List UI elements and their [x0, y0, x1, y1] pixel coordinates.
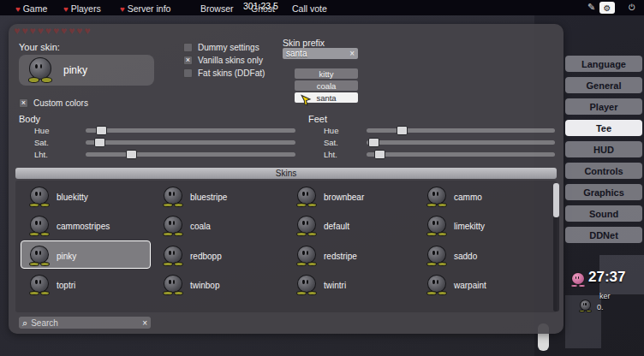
- skin-name: bluestripe: [190, 193, 227, 202]
- editor-pencil-icon[interactable]: ✎: [587, 2, 595, 13]
- tab-label: Server info: [128, 3, 171, 14]
- skin-item[interactable]: limekitty: [426, 214, 552, 238]
- tab-call-vote[interactable]: Call vote: [292, 3, 327, 14]
- tee-icon: [163, 246, 183, 266]
- feet-sat-slider[interactable]: [367, 140, 555, 145]
- clear-icon[interactable]: ×: [349, 49, 355, 58]
- skins-scrollbar-handle[interactable]: [553, 183, 559, 217]
- search-placeholder: Search: [31, 318, 139, 328]
- skin-search-input[interactable]: ⌕ Search ×: [19, 317, 151, 329]
- tee-icon: [29, 246, 50, 266]
- tee-icon: [426, 246, 447, 266]
- tee-icon: [29, 187, 50, 207]
- skin-item[interactable]: bluestripe: [163, 185, 288, 209]
- skin-name: redstripe: [324, 252, 357, 261]
- skin-prefix-input[interactable]: santa ×: [283, 48, 358, 59]
- tee-icon: [426, 187, 447, 207]
- checkbox-dummy-settings[interactable]: Dummy settings: [183, 43, 259, 52]
- slider-label: Sat.: [324, 138, 338, 147]
- feet-sat-slider-row: Sat.: [9, 138, 564, 148]
- tee-icon: [163, 216, 183, 236]
- skin-name: saddo: [454, 252, 477, 261]
- skin-item[interactable]: twintri: [296, 273, 421, 297]
- sidebar-item-graphics[interactable]: Graphics: [565, 184, 642, 200]
- tab-server-info[interactable]: ♥Server info: [120, 3, 170, 14]
- tab-label: Browser: [200, 3, 234, 14]
- feet-hue-slider-row: Hue: [9, 126, 564, 136]
- checkbox-icon: ×: [183, 56, 193, 65]
- sidebar-item-general[interactable]: General: [565, 77, 642, 93]
- skin-name: twintri: [324, 281, 346, 290]
- tab-label: Game: [23, 3, 48, 14]
- checkbox-label: Vanilla skins only: [198, 56, 263, 65]
- tee-icon: [426, 216, 447, 236]
- skin-item[interactable]: bluekitty: [29, 185, 154, 209]
- game-screen: ♥Game ♥Players ♥Server info Browser Ghos…: [0, 0, 644, 356]
- checkbox-custom-colors[interactable]: × Custom colors: [19, 98, 88, 108]
- skin-item[interactable]: twinbop: [163, 273, 288, 297]
- slider-handle[interactable]: [397, 126, 408, 135]
- skin-name: cammo: [454, 193, 482, 202]
- skin-item[interactable]: toptri: [29, 273, 154, 297]
- sidebar-item-ddnet[interactable]: DDNet: [565, 227, 642, 243]
- cursor-icon: [300, 94, 313, 107]
- skin-item[interactable]: saddo: [426, 244, 552, 268]
- skin-prefix-value: santa: [286, 49, 349, 58]
- slider-handle[interactable]: [374, 150, 385, 159]
- skins-scrollbar-track[interactable]: [553, 183, 559, 312]
- skin-item[interactable]: redstripe: [296, 244, 421, 268]
- tee-icon: [29, 216, 50, 236]
- tee-icon: [27, 57, 53, 83]
- sidebar-item-controls[interactable]: Controls: [565, 163, 642, 179]
- player-tee-icon: [570, 272, 586, 288]
- skin-item[interactable]: default: [296, 214, 421, 238]
- tee-icon: [426, 275, 447, 295]
- clear-icon[interactable]: ×: [142, 318, 147, 328]
- sidebar-item-player[interactable]: Player: [565, 98, 642, 115]
- prefix-button-kitty[interactable]: kitty: [295, 68, 358, 79]
- checkbox-vanilla-skins-only[interactable]: × Vanilla skins only: [183, 56, 263, 65]
- feet-lht-slider-row: Lht.: [9, 150, 564, 160]
- skin-item-selected[interactable]: pinky: [29, 244, 154, 268]
- slider-label: Hue: [324, 126, 338, 135]
- prefix-button-coala[interactable]: coala: [295, 80, 358, 91]
- skin-item[interactable]: warpaint: [426, 273, 552, 297]
- checkbox-label: Fat skins (DDFat): [198, 68, 265, 78]
- quit-power-icon[interactable]: ⏻: [629, 3, 635, 13]
- skin-name: twinbop: [190, 281, 219, 290]
- sidebar-item-sound[interactable]: Sound: [565, 205, 642, 222]
- tee-settings-panel: ♥♥♥♥♥♥♥♥♥♥ Your skin: pinky Dummy settin…: [9, 24, 564, 334]
- tab-players[interactable]: ♥Players: [63, 3, 101, 14]
- tee-icon: [579, 300, 592, 312]
- player-name-fragment: ker: [599, 292, 611, 300]
- skin-item[interactable]: brownbear: [296, 185, 421, 209]
- sidebar-item-language[interactable]: Language: [565, 56, 642, 72]
- checkbox-label: Custom colors: [33, 98, 88, 108]
- feet-section-label: Feet: [308, 114, 327, 124]
- heart-icon: ♥: [120, 4, 125, 14]
- skin-name: pinky: [57, 252, 76, 261]
- skin-item[interactable]: cammostripes: [29, 214, 154, 238]
- skin-item[interactable]: coala: [163, 214, 288, 238]
- skin-name: redbopp: [190, 252, 222, 261]
- skin-prefix-label: Skin prefix: [283, 38, 325, 48]
- tab-browser[interactable]: Browser: [200, 3, 234, 14]
- checkbox-label: Dummy settings: [198, 43, 259, 52]
- tab-label: Call vote: [292, 3, 327, 14]
- sidebar-item-tee[interactable]: Tee: [565, 120, 642, 136]
- health-hearts: ♥♥♥♥♥♥♥♥♥♥: [14, 25, 92, 37]
- search-icon: ⌕: [22, 317, 27, 328]
- sidebar-item-hud[interactable]: HUD: [565, 141, 642, 157]
- checkbox-fat-skins[interactable]: Fat skins (DDFat): [183, 68, 265, 78]
- feet-lht-slider[interactable]: [367, 152, 555, 157]
- tab-game[interactable]: ♥Game: [15, 3, 47, 14]
- skin-name: bluekitty: [57, 193, 88, 202]
- skin-item[interactable]: redbopp: [163, 244, 288, 268]
- settings-gear-icon[interactable]: ⚙: [599, 2, 615, 14]
- skin-item[interactable]: cammo: [426, 185, 552, 209]
- heart-icon: ♥: [63, 4, 69, 14]
- feet-hue-slider[interactable]: [367, 128, 555, 133]
- your-skin-label: Your skin:: [19, 42, 60, 52]
- slider-handle[interactable]: [368, 138, 379, 147]
- skin-preview-button[interactable]: pinky: [19, 55, 154, 86]
